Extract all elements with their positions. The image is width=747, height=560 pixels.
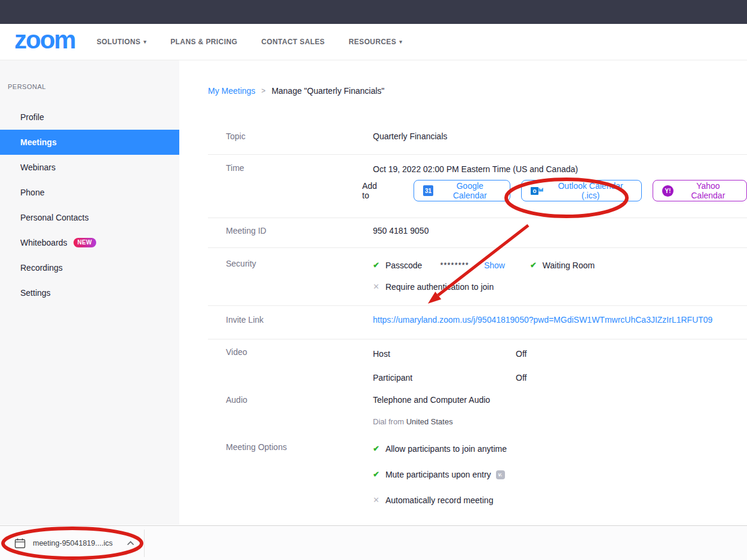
host-label: Host: [373, 347, 516, 360]
site-header: zoom SOLUTIONS ▾ PLANS & PRICING CONTACT…: [0, 24, 747, 60]
download-filename: meeting-95041819....ics: [33, 539, 112, 547]
sidebar-item-label: Phone: [20, 188, 44, 197]
require-auth-label: Require authentication to join: [385, 280, 494, 293]
meeting-options-row: Meeting Options ✔ Allow participants to …: [208, 442, 747, 507]
require-auth-line: ✕ Require authentication to join: [373, 280, 747, 293]
nav-plans-pricing[interactable]: PLANS & PRICING: [170, 38, 237, 46]
nav-solutions[interactable]: SOLUTIONS ▾: [97, 38, 147, 46]
invite-link[interactable]: https://umaryland.zoom.us/j/95041819050?…: [373, 315, 712, 325]
topic-row: Topic Quarterly Financials: [208, 118, 747, 155]
yahoo-calendar-button[interactable]: Y! Yahoo Calendar: [653, 180, 747, 201]
passcode-mask: ********: [440, 259, 469, 272]
invite-link-row: Invite Link https://umaryland.zoom.us/j/…: [208, 306, 747, 339]
meeting-options-label: Meeting Options: [208, 442, 373, 507]
sidebar-item-label: Personal Contacts: [20, 213, 88, 222]
browser-download-bar: meeting-95041819....ics: [0, 525, 747, 560]
dial-from-value: United States: [406, 417, 453, 426]
meeting-id-row: Meeting ID 950 4181 9050: [208, 218, 747, 248]
waiting-room-group: ✔ Waiting Room: [530, 259, 595, 272]
google-calendar-button[interactable]: 31 Google Calendar: [414, 180, 510, 201]
sidebar-item-label: Profile: [20, 112, 44, 122]
audio-value: Telephone and Computer Audio: [373, 395, 747, 405]
video-row: Video Host Off Participant Off: [208, 339, 747, 384]
sidebar-item-label: Whiteboards: [20, 238, 68, 247]
security-label: Security: [208, 248, 373, 305]
time-value: Oct 19, 2022 02:00 PM Eastern Time (US a…: [373, 155, 747, 175]
cross-icon: ✕: [373, 494, 379, 507]
option-auto-record: ✕ Automatically record meeting: [373, 494, 747, 507]
option-label: Automatically record meeting: [385, 494, 494, 507]
meeting-detail-rows: Topic Quarterly Financials Time Oct 19, …: [208, 118, 747, 507]
video-host-line: Host Off: [373, 339, 747, 360]
sidebar: PERSONAL Profile Meetings Webinars Phone…: [0, 60, 179, 525]
option-label: Allow participants to join anytime: [385, 442, 507, 455]
breadcrumb: My Meetings > Manage "Quarterly Financia…: [208, 86, 747, 96]
sidebar-item-recordings[interactable]: Recordings: [0, 255, 179, 280]
content-wrap: PERSONAL Profile Meetings Webinars Phone…: [0, 60, 747, 525]
chevron-up-icon[interactable]: [127, 541, 134, 546]
time-label: Time: [208, 155, 373, 218]
participant-label: Participant: [373, 371, 516, 384]
video-participant-line: Participant Off: [373, 360, 747, 384]
breadcrumb-my-meetings-link[interactable]: My Meetings: [208, 86, 255, 96]
new-badge: NEW: [74, 238, 96, 247]
host-value: Off: [516, 347, 526, 360]
video-label: Video: [208, 339, 373, 384]
google-calendar-icon: 31: [423, 185, 434, 196]
add-to-label: Add to: [362, 181, 386, 200]
sidebar-item-label: Meetings: [20, 137, 57, 147]
sidebar-item-whiteboards[interactable]: Whiteboards NEW: [0, 230, 179, 255]
audio-label: Audio: [208, 395, 373, 426]
google-calendar-label: Google Calendar: [439, 181, 501, 200]
yahoo-calendar-label: Yahoo Calendar: [679, 181, 737, 200]
dial-from-label: Dial from: [373, 417, 404, 426]
outlook-calendar-button[interactable]: o Outlook Calendar (.ics): [521, 180, 642, 201]
main-content: My Meetings > Manage "Quarterly Financia…: [179, 60, 747, 525]
top-dark-bar: [0, 0, 747, 24]
sidebar-item-personal-contacts[interactable]: Personal Contacts: [0, 205, 179, 230]
yahoo-calendar-icon: Y!: [662, 185, 673, 197]
nav-resources-label: RESOURCES: [349, 38, 397, 46]
download-item[interactable]: meeting-95041819....ics: [14, 538, 134, 549]
topic-label: Topic: [208, 118, 373, 154]
nav-resources[interactable]: RESOURCES ▾: [349, 38, 403, 46]
sidebar-item-meetings[interactable]: Meetings: [0, 130, 179, 155]
option-label: Mute participants upon entry: [385, 468, 491, 481]
zoom-logo[interactable]: zoom: [14, 27, 75, 56]
nav-contact-sales[interactable]: CONTACT SALES: [261, 38, 324, 46]
sidebar-item-webinars[interactable]: Webinars: [0, 155, 179, 180]
calendar-file-icon: [14, 538, 26, 549]
waiting-room-label: Waiting Room: [543, 259, 595, 272]
security-row: Security ✔ Passcode ******** Show ✔ Wait…: [208, 248, 747, 306]
option-join-anytime: ✔ Allow participants to join anytime: [373, 442, 747, 455]
check-icon: ✔: [373, 259, 379, 272]
dial-from-line: Dial from United States: [373, 417, 747, 426]
nav-plans-pricing-label: PLANS & PRICING: [170, 38, 237, 46]
breadcrumb-separator: >: [261, 87, 265, 95]
option-mute-on-entry: ✔ Mute participants upon entry v.: [373, 468, 747, 481]
passcode-line: ✔ Passcode ******** Show ✔ Waiting Room: [373, 248, 747, 272]
svg-text:o: o: [533, 188, 537, 194]
top-navigation: SOLUTIONS ▾ PLANS & PRICING CONTACT SALE…: [97, 38, 402, 46]
sidebar-section-personal: PERSONAL: [8, 83, 179, 90]
download-bar-divider: [144, 530, 145, 557]
check-icon: ✔: [373, 442, 379, 455]
meeting-id-value: 950 4181 9050: [373, 218, 747, 247]
outlook-calendar-label: Outlook Calendar (.ics): [549, 181, 632, 200]
outlook-calendar-icon: o: [531, 186, 543, 196]
audio-row: Audio Telephone and Computer Audio Dial …: [208, 395, 747, 426]
check-icon: ✔: [530, 259, 537, 272]
nav-solutions-label: SOLUTIONS: [97, 38, 141, 46]
participant-value: Off: [516, 371, 526, 384]
sidebar-item-settings[interactable]: Settings: [0, 280, 179, 305]
sidebar-item-phone[interactable]: Phone: [0, 180, 179, 205]
cross-icon: ✕: [373, 280, 379, 293]
show-passcode-link[interactable]: Show: [484, 259, 505, 272]
sidebar-item-label: Recordings: [20, 263, 63, 273]
nav-contact-sales-label: CONTACT SALES: [261, 38, 324, 46]
check-icon: ✔: [373, 468, 379, 481]
sidebar-item-profile[interactable]: Profile: [0, 105, 179, 130]
sidebar-item-label: Webinars: [20, 163, 56, 172]
sidebar-item-label: Settings: [20, 288, 51, 298]
chevron-down-icon: ▾: [143, 39, 146, 45]
